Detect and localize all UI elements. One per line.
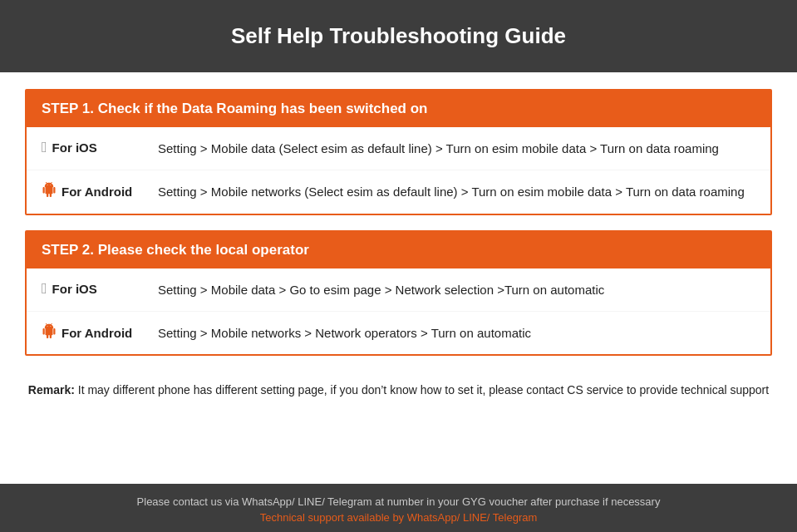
apple-icon:  xyxy=(42,139,47,156)
step2-android-row: For Android Setting > Mobile networks > … xyxy=(27,312,770,354)
step1-ios-instruction: Setting > Mobile data (Select esim as de… xyxy=(158,139,755,158)
remark-section: Remark: It may different phone has diffe… xyxy=(25,371,772,407)
page-title: Self Help Troubleshooting Guide xyxy=(17,23,780,49)
page-header: Self Help Troubleshooting Guide xyxy=(0,0,797,72)
step1-android-row: For Android Setting > Mobile networks (S… xyxy=(27,170,770,213)
step1-android-label: For Android xyxy=(42,182,158,201)
android-icon-2 xyxy=(42,323,57,342)
step2-body:  For iOS Setting > Mobile data > Go to … xyxy=(27,268,770,355)
footer: Please contact us via WhatsApp/ LINE/ Te… xyxy=(0,484,797,532)
step2-ios-row:  For iOS Setting > Mobile data > Go to … xyxy=(27,268,770,312)
step1-body:  For iOS Setting > Mobile data (Select … xyxy=(27,127,770,214)
footer-support: Technical support available by WhatsApp/… xyxy=(17,511,780,524)
android-icon xyxy=(42,182,57,201)
footer-contact: Please contact us via WhatsApp/ LINE/ Te… xyxy=(17,495,780,508)
step2-header: STEP 2. Please check the local operator xyxy=(27,232,770,268)
step2-ios-label:  For iOS xyxy=(42,280,158,298)
step1-ios-label:  For iOS xyxy=(42,139,158,156)
step2-android-instruction: Setting > Mobile networks > Network oper… xyxy=(158,323,755,342)
step1-block: STEP 1. Check if the Data Roaming has be… xyxy=(25,89,772,215)
step1-android-instruction: Setting > Mobile networks (Select esim a… xyxy=(158,182,755,201)
main-content: STEP 1. Check if the Data Roaming has be… xyxy=(0,72,797,484)
step2-block: STEP 2. Please check the local operator … xyxy=(25,230,772,357)
apple-icon-2:  xyxy=(42,280,47,298)
remark-label: Remark: It may different phone has diffe… xyxy=(28,383,769,397)
step2-ios-instruction: Setting > Mobile data > Go to esim page … xyxy=(158,280,755,299)
step1-ios-row:  For iOS Setting > Mobile data (Select … xyxy=(27,127,770,170)
step2-android-label: For Android xyxy=(42,323,158,342)
step1-header: STEP 1. Check if the Data Roaming has be… xyxy=(27,91,770,127)
